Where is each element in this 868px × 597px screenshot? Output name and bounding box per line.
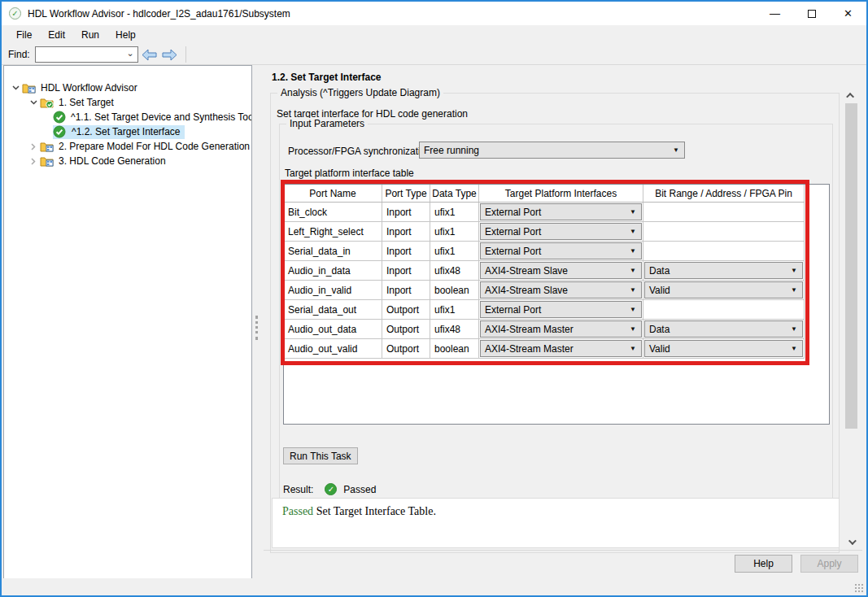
find-input[interactable] <box>38 48 124 61</box>
menu-edit[interactable]: Edit <box>40 27 73 43</box>
target-platform-interface-dropdown-value: External Port <box>485 246 541 257</box>
port-name-cell: Serial_data_in <box>284 242 382 260</box>
tree-item-set-target[interactable]: 1. Set Target <box>4 95 251 110</box>
column-header-data-type: Data Type <box>430 185 479 202</box>
tree-item-label: ^1.1. Set Target Device and Synthesis To… <box>69 111 252 123</box>
title-bar: ✓ HDL Workflow Advisor - hdlcoder_I2S_ad… <box>2 2 866 25</box>
result-message-box: Passed Set Target Interface Table. <box>272 498 840 548</box>
port-type-cell: Outport <box>382 339 430 358</box>
scrollbar-thumb[interactable] <box>845 103 857 429</box>
tree-item-set-target-interface[interactable]: ^1.2. Set Target Interface <box>4 124 251 139</box>
target-platform-interface-dropdown[interactable]: External Port▼ <box>480 203 642 220</box>
bit-range-dropdown[interactable]: Valid▼ <box>644 281 803 298</box>
hdl-workflow-advisor-window: ✓ HDL Workflow Advisor - hdlcoder_I2S_ad… <box>0 0 868 597</box>
find-previous-button[interactable] <box>141 46 159 63</box>
port-name-cell: Audio_out_valid <box>284 339 382 358</box>
sync-dropdown[interactable]: Free running ▼ <box>419 142 685 159</box>
run-this-task-button[interactable]: Run This Task <box>283 447 358 464</box>
maximize-button[interactable] <box>793 2 830 25</box>
tree-item-label: 2. Prepare Model For HDL Code Generation <box>57 141 251 152</box>
target-platform-interface-dropdown[interactable]: External Port▼ <box>480 242 642 259</box>
target-platform-interface-dropdown-value: External Port <box>485 304 541 316</box>
port-name-cell: Bit_clock <box>284 203 382 221</box>
column-header-target-platform-interfaces: Target Platform Interfaces <box>479 185 643 202</box>
data-type-cell: ufix48 <box>430 320 479 338</box>
find-next-button[interactable] <box>161 46 179 63</box>
bit-range-dropdown[interactable]: Valid▼ <box>644 340 803 357</box>
toolbar-separator <box>185 46 186 63</box>
dropdown-arrow-icon: ▼ <box>630 228 636 235</box>
maximize-icon <box>808 10 816 18</box>
analysis-groupbox-legend: Analysis (^Triggers Update Diagram) <box>277 87 443 98</box>
column-header-port-name: Port Name <box>284 185 382 202</box>
target-platform-interface-dropdown[interactable]: AXI4-Stream Slave▼ <box>480 281 642 298</box>
table-row: Bit_clockInportufix1External Port▼ <box>284 203 805 222</box>
bit-range-dropdown[interactable]: Data▼ <box>644 320 803 338</box>
menu-file[interactable]: File <box>8 27 40 43</box>
workflow-tree-panel: HDL Workflow Advisor 1. Set Target ^1.1.… <box>3 65 252 580</box>
tree-item-label: ^1.2. Set Target Interface <box>70 126 182 137</box>
dropdown-arrow-icon: ▼ <box>630 306 636 313</box>
chevron-down-icon[interactable] <box>9 85 22 90</box>
chevron-down-icon[interactable] <box>27 100 40 105</box>
interface-table-body: Bit_clockInportufix1External Port▼Left_R… <box>284 203 805 359</box>
target-platform-interface-dropdown[interactable]: AXI4-Stream Master▼ <box>480 340 642 357</box>
tree-item-prepare-model[interactable]: 2. Prepare Model For HDL Code Generation <box>4 139 251 154</box>
port-type-cell: Inport <box>382 203 430 221</box>
message-text: Set Target Interface Table. <box>316 505 436 517</box>
port-type-cell: Outport <box>382 300 430 319</box>
port-type-cell: Inport <box>382 242 430 260</box>
data-type-cell: ufix1 <box>430 242 479 260</box>
status-bar <box>2 578 866 595</box>
panel-splitter[interactable] <box>255 316 258 340</box>
input-parameters-legend: Input Parameters <box>286 118 368 129</box>
dropdown-arrow-icon: ▼ <box>791 286 797 294</box>
footer-separator <box>264 550 862 551</box>
data-type-cell: ufix1 <box>430 300 479 319</box>
target-platform-interface-dropdown-cell: External Port▼ <box>479 300 643 319</box>
scrollbar-up-button[interactable] <box>844 89 858 102</box>
tree-item-hdl-code-generation[interactable]: 3. HDL Code Generation <box>4 154 251 168</box>
interface-table-label: Target platform interface table <box>285 168 414 179</box>
chevron-right-icon[interactable] <box>27 158 40 165</box>
target-platform-interface-dropdown-value: AXI4-Stream Master <box>485 324 574 335</box>
target-platform-interface-dropdown-cell: External Port▼ <box>479 242 643 260</box>
chevron-right-icon <box>31 158 36 165</box>
menu-run[interactable]: Run <box>73 27 107 43</box>
target-platform-interface-dropdown-cell: External Port▼ <box>479 222 643 241</box>
workflow-folder-icon <box>22 82 36 94</box>
apply-button[interactable]: Apply <box>800 555 858 573</box>
resize-grip[interactable] <box>855 584 864 593</box>
result-label: Result: <box>283 484 313 495</box>
target-platform-interface-dropdown-cell: AXI4-Stream Slave▼ <box>479 281 643 299</box>
target-platform-interface-dropdown[interactable]: External Port▼ <box>480 223 642 240</box>
chevron-down-icon <box>12 85 20 90</box>
find-combobox[interactable]: ⌄ <box>35 46 138 63</box>
table-row: Audio_out_validOutportbooleanAXI4-Stream… <box>284 339 805 359</box>
target-platform-interface-dropdown-cell: AXI4-Stream Master▼ <box>479 339 643 358</box>
data-type-cell: boolean <box>430 281 479 299</box>
target-platform-interface-dropdown[interactable]: AXI4-Stream Slave▼ <box>480 262 642 279</box>
scrollbar-down-button[interactable] <box>844 535 858 548</box>
dropdown-arrow-icon: ▼ <box>630 208 636 216</box>
port-name-cell: Left_Right_select <box>284 222 382 241</box>
bit-range-dropdown-value: Valid <box>649 343 670 355</box>
bit-range-dropdown-value: Valid <box>649 285 670 296</box>
bit-range-cell-empty <box>643 300 805 319</box>
tree-item-hdl-workflow-advisor[interactable]: HDL Workflow Advisor <box>4 81 251 95</box>
menu-help[interactable]: Help <box>107 27 144 43</box>
target-platform-interface-dropdown[interactable]: AXI4-Stream Master▼ <box>480 320 642 338</box>
bit-range-dropdown[interactable]: Data▼ <box>644 262 803 279</box>
port-type-cell: Inport <box>382 261 430 280</box>
chevron-down-icon[interactable]: ⌄ <box>126 48 133 59</box>
target-platform-interface-dropdown[interactable]: External Port▼ <box>480 301 642 318</box>
app-icon: ✓ <box>9 7 21 20</box>
minimize-button[interactable]: — <box>757 2 793 25</box>
chevron-right-icon[interactable] <box>27 143 40 150</box>
close-button[interactable]: ✕ <box>830 2 866 25</box>
help-button[interactable]: Help <box>735 555 792 573</box>
vertical-scrollbar[interactable] <box>844 89 858 548</box>
dropdown-arrow-icon: ▼ <box>791 345 797 352</box>
message-status-text: Passed <box>282 505 313 517</box>
tree-item-set-target-device[interactable]: ^1.1. Set Target Device and Synthesis To… <box>4 110 251 124</box>
